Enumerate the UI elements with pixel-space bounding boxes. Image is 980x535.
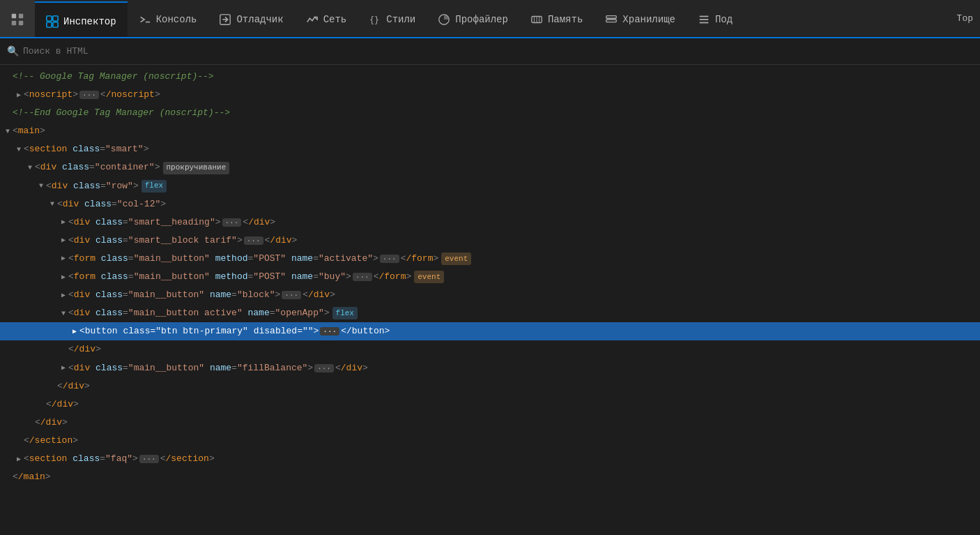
svg-text:{}: {} <box>369 15 379 24</box>
tab-profiler[interactable]: Профайлер <box>427 0 519 38</box>
html-line[interactable]: ▶<button class="btn btn-primary" disable… <box>0 322 980 340</box>
svg-rect-3 <box>19 20 23 24</box>
html-line[interactable]: </div> <box>0 414 980 432</box>
svg-rect-6 <box>47 22 52 27</box>
event-badge[interactable]: event <box>414 271 444 283</box>
top-area: Top <box>957 0 980 37</box>
svg-rect-18 <box>606 20 616 22</box>
toolbar: Инспектор Консоль Отладчик <box>0 0 980 38</box>
more-icon <box>698 13 710 26</box>
tab-memory[interactable]: Память <box>519 0 594 38</box>
html-line[interactable]: </div> <box>0 340 980 359</box>
html-line[interactable]: ▶<section class="faq">···</section> <box>0 450 980 468</box>
tab-inspector[interactable]: Инспектор <box>35 1 128 38</box>
tab-console[interactable]: Консоль <box>128 0 208 38</box>
html-line[interactable]: <!-- Google Tag Manager (noscript)--> <box>0 68 980 86</box>
html-line[interactable]: ▼<div class="row">flex <box>0 177 980 195</box>
toggle-icon[interactable]: ▼ <box>3 126 13 136</box>
html-line[interactable]: ▼<div class="main__button active" name="… <box>0 304 980 322</box>
tab-console-label: Консоль <box>156 14 197 25</box>
html-panel: <!-- Google Tag Manager (noscript)-->▶<n… <box>0 65 980 535</box>
toggle-icon[interactable]: ▶ <box>59 218 68 227</box>
memory-icon <box>530 13 543 26</box>
html-line[interactable]: ▼<div class="container">прокручивание <box>0 158 980 176</box>
toggle-icon[interactable]: ▶ <box>14 454 24 464</box>
html-line[interactable]: ▶<noscript>···</noscript> <box>0 86 980 104</box>
toggle-icon[interactable]: ▶ <box>70 326 79 336</box>
tab-profiler-label: Профайлер <box>455 14 508 25</box>
flex-badge[interactable]: flex <box>141 180 167 193</box>
tab-storage[interactable]: Хранилище <box>594 0 687 38</box>
top-label[interactable]: Top <box>957 13 973 24</box>
svg-rect-5 <box>53 15 58 20</box>
tab-inspector-label: Инспектор <box>63 16 116 27</box>
toggle-icon[interactable]: ▼ <box>36 181 46 191</box>
html-line[interactable]: <!--End Google Tag Manager (noscript)--> <box>0 104 980 122</box>
svg-rect-17 <box>606 15 616 18</box>
toggle-icon[interactable]: ▶ <box>59 363 68 373</box>
tab-storage-label: Хранилище <box>622 14 675 25</box>
tab-styles-label: Стили <box>386 14 415 25</box>
svg-rect-0 <box>12 13 16 17</box>
svg-rect-2 <box>12 20 16 24</box>
profiler-icon <box>438 13 450 26</box>
console-icon <box>139 13 151 26</box>
debugger-icon <box>219 13 231 26</box>
html-line[interactable]: ▼<main> <box>0 122 980 140</box>
toggle-icon[interactable]: ▶ <box>14 90 24 100</box>
tab-network[interactable]: Сеть <box>295 0 358 38</box>
html-line[interactable]: ▶<form class="main__button" method="POST… <box>0 268 980 286</box>
tab-network-label: Сеть <box>323 14 347 25</box>
html-line[interactable]: ▶<div class="smart__block tarif">···</di… <box>0 232 980 250</box>
html-line[interactable]: ▼<div class="col-12"> <box>0 195 980 213</box>
html-line[interactable]: </section> <box>0 432 980 450</box>
tab-styles[interactable]: {} Стили <box>358 0 427 38</box>
toggle-icon[interactable]: ▼ <box>14 144 24 154</box>
html-line[interactable]: </main> <box>0 468 980 486</box>
toggle-icon[interactable]: ▶ <box>59 272 68 282</box>
cursor-icon <box>10 12 25 27</box>
html-line[interactable]: </div> <box>0 377 980 395</box>
svg-rect-4 <box>47 15 52 20</box>
toggle-icon[interactable]: ▼ <box>59 308 68 318</box>
storage-icon <box>605 13 618 26</box>
svg-rect-7 <box>53 22 58 27</box>
tab-more[interactable]: Под <box>687 0 744 38</box>
styles-icon: {} <box>369 13 381 26</box>
tab-memory-label: Память <box>548 14 583 25</box>
html-line[interactable]: ▶<div class="main__button" name="fillBal… <box>0 359 980 377</box>
network-icon <box>306 13 319 26</box>
search-bar: 🔍 <box>0 38 980 65</box>
html-line[interactable]: ▶<form class="main__button" method="POST… <box>0 250 980 268</box>
tab-debugger-label: Отладчик <box>236 14 283 25</box>
toggle-icon[interactable]: ▼ <box>47 199 57 209</box>
toggle-icon[interactable]: ▼ <box>25 163 35 173</box>
normal-badge[interactable]: прокручивание <box>163 162 230 174</box>
tab-debugger[interactable]: Отладчик <box>208 0 294 38</box>
html-line[interactable]: ▶<div class="main__button" name="block">… <box>0 286 980 304</box>
tab-more-label: Под <box>715 14 733 25</box>
toggle-icon[interactable]: ▶ <box>59 236 68 246</box>
html-line[interactable]: ▼<section class="smart"> <box>0 140 980 158</box>
html-line[interactable]: </div> <box>0 395 980 414</box>
devtools-icon-button[interactable] <box>0 0 35 38</box>
html-line[interactable]: ▶<div class="smart__heading">···</div> <box>0 213 980 232</box>
toggle-icon[interactable]: ▶ <box>59 290 68 300</box>
svg-rect-1 <box>19 13 23 17</box>
inspector-icon <box>46 15 59 28</box>
flex-badge[interactable]: flex <box>332 307 358 319</box>
search-input[interactable] <box>23 46 973 56</box>
event-badge[interactable]: event <box>441 253 471 265</box>
search-icon: 🔍 <box>7 45 19 57</box>
toggle-icon[interactable]: ▶ <box>59 254 68 264</box>
